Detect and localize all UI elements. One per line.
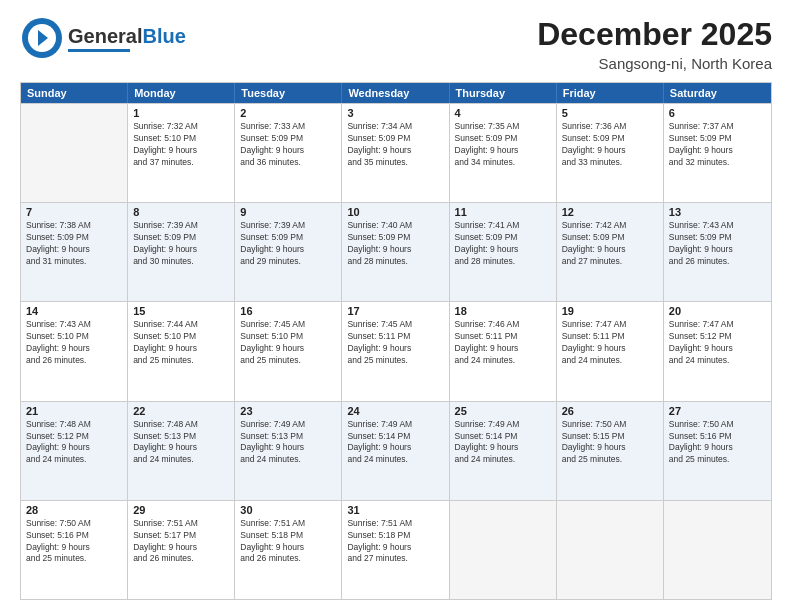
calendar-cell: 28Sunrise: 7:50 AM Sunset: 5:16 PM Dayli… — [21, 501, 128, 599]
calendar-week-1: 1Sunrise: 7:32 AM Sunset: 5:10 PM Daylig… — [21, 103, 771, 202]
cell-detail: Sunrise: 7:51 AM Sunset: 5:17 PM Dayligh… — [133, 518, 229, 566]
calendar-cell: 27Sunrise: 7:50 AM Sunset: 5:16 PM Dayli… — [664, 402, 771, 500]
calendar-cell: 31Sunrise: 7:51 AM Sunset: 5:18 PM Dayli… — [342, 501, 449, 599]
day-number: 2 — [240, 107, 336, 119]
day-number: 27 — [669, 405, 766, 417]
day-number: 24 — [347, 405, 443, 417]
day-number: 1 — [133, 107, 229, 119]
day-number: 20 — [669, 305, 766, 317]
calendar-cell: 21Sunrise: 7:48 AM Sunset: 5:12 PM Dayli… — [21, 402, 128, 500]
calendar-cell: 13Sunrise: 7:43 AM Sunset: 5:09 PM Dayli… — [664, 203, 771, 301]
calendar-cell — [664, 501, 771, 599]
day-number: 6 — [669, 107, 766, 119]
calendar-cell: 20Sunrise: 7:47 AM Sunset: 5:12 PM Dayli… — [664, 302, 771, 400]
day-number: 10 — [347, 206, 443, 218]
calendar-cell: 6Sunrise: 7:37 AM Sunset: 5:09 PM Daylig… — [664, 104, 771, 202]
cell-detail: Sunrise: 7:43 AM Sunset: 5:10 PM Dayligh… — [26, 319, 122, 367]
cell-detail: Sunrise: 7:45 AM Sunset: 5:10 PM Dayligh… — [240, 319, 336, 367]
calendar-cell: 26Sunrise: 7:50 AM Sunset: 5:15 PM Dayli… — [557, 402, 664, 500]
calendar-cell: 4Sunrise: 7:35 AM Sunset: 5:09 PM Daylig… — [450, 104, 557, 202]
header: GeneralBlue December 2025 Sangsong-ni, N… — [20, 16, 772, 72]
logo-general: General — [68, 25, 142, 47]
day-number: 5 — [562, 107, 658, 119]
cell-detail: Sunrise: 7:39 AM Sunset: 5:09 PM Dayligh… — [133, 220, 229, 268]
calendar-week-4: 21Sunrise: 7:48 AM Sunset: 5:12 PM Dayli… — [21, 401, 771, 500]
cell-detail: Sunrise: 7:50 AM Sunset: 5:15 PM Dayligh… — [562, 419, 658, 467]
day-number: 23 — [240, 405, 336, 417]
calendar-cell: 10Sunrise: 7:40 AM Sunset: 5:09 PM Dayli… — [342, 203, 449, 301]
logo: GeneralBlue — [20, 16, 186, 60]
day-number: 31 — [347, 504, 443, 516]
calendar-cell: 16Sunrise: 7:45 AM Sunset: 5:10 PM Dayli… — [235, 302, 342, 400]
calendar-cell: 2Sunrise: 7:33 AM Sunset: 5:09 PM Daylig… — [235, 104, 342, 202]
header-cell-thursday: Thursday — [450, 83, 557, 103]
calendar-cell: 3Sunrise: 7:34 AM Sunset: 5:09 PM Daylig… — [342, 104, 449, 202]
calendar-cell: 11Sunrise: 7:41 AM Sunset: 5:09 PM Dayli… — [450, 203, 557, 301]
cell-detail: Sunrise: 7:38 AM Sunset: 5:09 PM Dayligh… — [26, 220, 122, 268]
day-number: 25 — [455, 405, 551, 417]
logo-icon — [20, 16, 64, 60]
day-number: 13 — [669, 206, 766, 218]
calendar: SundayMondayTuesdayWednesdayThursdayFrid… — [20, 82, 772, 600]
cell-detail: Sunrise: 7:49 AM Sunset: 5:14 PM Dayligh… — [455, 419, 551, 467]
calendar-cell: 29Sunrise: 7:51 AM Sunset: 5:17 PM Dayli… — [128, 501, 235, 599]
day-number: 30 — [240, 504, 336, 516]
calendar-cell: 23Sunrise: 7:49 AM Sunset: 5:13 PM Dayli… — [235, 402, 342, 500]
calendar-cell: 15Sunrise: 7:44 AM Sunset: 5:10 PM Dayli… — [128, 302, 235, 400]
day-number: 21 — [26, 405, 122, 417]
calendar-cell — [21, 104, 128, 202]
cell-detail: Sunrise: 7:48 AM Sunset: 5:12 PM Dayligh… — [26, 419, 122, 467]
calendar-week-5: 28Sunrise: 7:50 AM Sunset: 5:16 PM Dayli… — [21, 500, 771, 599]
cell-detail: Sunrise: 7:50 AM Sunset: 5:16 PM Dayligh… — [669, 419, 766, 467]
day-number: 11 — [455, 206, 551, 218]
cell-detail: Sunrise: 7:46 AM Sunset: 5:11 PM Dayligh… — [455, 319, 551, 367]
calendar-cell: 1Sunrise: 7:32 AM Sunset: 5:10 PM Daylig… — [128, 104, 235, 202]
cell-detail: Sunrise: 7:49 AM Sunset: 5:14 PM Dayligh… — [347, 419, 443, 467]
header-cell-sunday: Sunday — [21, 83, 128, 103]
calendar-cell — [557, 501, 664, 599]
calendar-cell: 8Sunrise: 7:39 AM Sunset: 5:09 PM Daylig… — [128, 203, 235, 301]
calendar-cell: 24Sunrise: 7:49 AM Sunset: 5:14 PM Dayli… — [342, 402, 449, 500]
day-number: 8 — [133, 206, 229, 218]
day-number: 22 — [133, 405, 229, 417]
header-cell-tuesday: Tuesday — [235, 83, 342, 103]
cell-detail: Sunrise: 7:50 AM Sunset: 5:16 PM Dayligh… — [26, 518, 122, 566]
day-number: 26 — [562, 405, 658, 417]
calendar-body: 1Sunrise: 7:32 AM Sunset: 5:10 PM Daylig… — [21, 103, 771, 599]
logo-underline — [68, 49, 130, 52]
cell-detail: Sunrise: 7:35 AM Sunset: 5:09 PM Dayligh… — [455, 121, 551, 169]
calendar-header: SundayMondayTuesdayWednesdayThursdayFrid… — [21, 83, 771, 103]
page: GeneralBlue December 2025 Sangsong-ni, N… — [0, 0, 792, 612]
day-number: 4 — [455, 107, 551, 119]
cell-detail: Sunrise: 7:34 AM Sunset: 5:09 PM Dayligh… — [347, 121, 443, 169]
calendar-cell: 9Sunrise: 7:39 AM Sunset: 5:09 PM Daylig… — [235, 203, 342, 301]
day-number: 28 — [26, 504, 122, 516]
calendar-cell: 14Sunrise: 7:43 AM Sunset: 5:10 PM Dayli… — [21, 302, 128, 400]
day-number: 14 — [26, 305, 122, 317]
cell-detail: Sunrise: 7:48 AM Sunset: 5:13 PM Dayligh… — [133, 419, 229, 467]
cell-detail: Sunrise: 7:36 AM Sunset: 5:09 PM Dayligh… — [562, 121, 658, 169]
day-number: 16 — [240, 305, 336, 317]
main-title: December 2025 — [537, 16, 772, 53]
calendar-cell: 18Sunrise: 7:46 AM Sunset: 5:11 PM Dayli… — [450, 302, 557, 400]
day-number: 12 — [562, 206, 658, 218]
day-number: 29 — [133, 504, 229, 516]
cell-detail: Sunrise: 7:49 AM Sunset: 5:13 PM Dayligh… — [240, 419, 336, 467]
cell-detail: Sunrise: 7:40 AM Sunset: 5:09 PM Dayligh… — [347, 220, 443, 268]
day-number: 9 — [240, 206, 336, 218]
cell-detail: Sunrise: 7:33 AM Sunset: 5:09 PM Dayligh… — [240, 121, 336, 169]
day-number: 19 — [562, 305, 658, 317]
calendar-week-3: 14Sunrise: 7:43 AM Sunset: 5:10 PM Dayli… — [21, 301, 771, 400]
cell-detail: Sunrise: 7:39 AM Sunset: 5:09 PM Dayligh… — [240, 220, 336, 268]
calendar-cell — [450, 501, 557, 599]
cell-detail: Sunrise: 7:51 AM Sunset: 5:18 PM Dayligh… — [240, 518, 336, 566]
cell-detail: Sunrise: 7:32 AM Sunset: 5:10 PM Dayligh… — [133, 121, 229, 169]
cell-detail: Sunrise: 7:47 AM Sunset: 5:11 PM Dayligh… — [562, 319, 658, 367]
day-number: 18 — [455, 305, 551, 317]
header-cell-friday: Friday — [557, 83, 664, 103]
cell-detail: Sunrise: 7:41 AM Sunset: 5:09 PM Dayligh… — [455, 220, 551, 268]
day-number: 17 — [347, 305, 443, 317]
subtitle: Sangsong-ni, North Korea — [537, 55, 772, 72]
calendar-week-2: 7Sunrise: 7:38 AM Sunset: 5:09 PM Daylig… — [21, 202, 771, 301]
header-cell-wednesday: Wednesday — [342, 83, 449, 103]
